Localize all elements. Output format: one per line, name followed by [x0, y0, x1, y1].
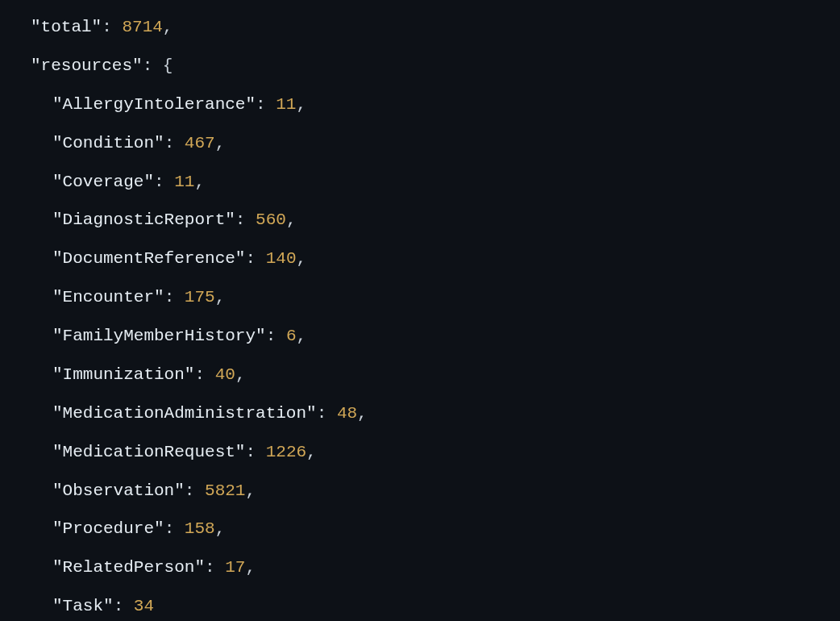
- json-colon: :: [266, 327, 286, 345]
- json-comma: ,: [215, 288, 226, 306]
- json-colon: :: [164, 134, 185, 152]
- json-key: "DocumentReference": [52, 249, 245, 268]
- json-colon: :: [164, 519, 185, 538]
- json-number: 140: [266, 249, 297, 268]
- json-colon: :: [185, 481, 205, 500]
- json-colon: :: [317, 404, 337, 423]
- json-line-resources: "resources": {: [31, 47, 840, 85]
- json-key: "MedicationAdministration": [52, 404, 317, 423]
- json-number: 467: [185, 134, 215, 152]
- json-colon: :: [245, 249, 265, 268]
- json-comma: ,: [215, 519, 226, 538]
- json-number: 6: [286, 327, 297, 345]
- json-colon: :: [194, 365, 214, 384]
- json-comma: ,: [194, 173, 205, 191]
- json-line-entry: "RelatedPerson": 17,: [31, 548, 840, 587]
- json-number: 5821: [205, 481, 245, 500]
- json-line-entry: "Procedure": 158,: [31, 510, 840, 548]
- json-number: 40: [215, 365, 235, 384]
- json-comma: ,: [215, 134, 226, 152]
- json-comma: ,: [306, 443, 317, 461]
- json-comma: ,: [286, 210, 297, 229]
- json-key: "Task": [52, 597, 114, 615]
- json-line-entry: "DocumentReference": 140,: [31, 240, 840, 278]
- json-key: "Coverage": [52, 173, 154, 191]
- json-colon: :: [245, 443, 265, 461]
- json-number: 17: [225, 558, 245, 577]
- json-key: "AllergyIntolerance": [52, 95, 256, 114]
- json-key: "Immunization": [52, 365, 194, 384]
- json-line-entry: "Coverage": 11,: [31, 163, 840, 202]
- json-key: "resources": [31, 56, 143, 75]
- json-colon: :: [154, 173, 174, 191]
- json-key: "RelatedPerson": [52, 558, 205, 577]
- json-number: 8714: [122, 18, 162, 36]
- json-number: 175: [185, 288, 215, 306]
- json-line-entry: "MedicationRequest": 1226,: [31, 433, 840, 472]
- json-comma: ,: [357, 404, 368, 423]
- json-comma: ,: [296, 95, 306, 114]
- json-comma: ,: [163, 18, 173, 36]
- json-comma: ,: [245, 481, 256, 500]
- json-number: 11: [174, 173, 194, 191]
- json-line-entry: "Encounter": 175,: [31, 278, 840, 317]
- json-key: "FamilyMemberHistory": [52, 327, 266, 345]
- json-comma: ,: [296, 327, 306, 345]
- json-line-total: "total": 8714,: [31, 8, 840, 47]
- json-key: "total": [31, 18, 102, 36]
- json-key: "Observation": [52, 481, 185, 500]
- json-number: 48: [337, 404, 357, 423]
- json-colon: :: [102, 18, 122, 36]
- json-line-entry: "Task": 34: [31, 587, 840, 621]
- json-colon: :: [164, 288, 185, 306]
- json-line-entry: "DiagnosticReport": 560,: [31, 201, 840, 240]
- json-key: "MedicationRequest": [52, 443, 245, 461]
- json-line-entry: "Condition": 467,: [31, 124, 840, 163]
- json-key: "Encounter": [52, 288, 164, 306]
- json-line-entry: "MedicationAdministration": 48,: [31, 394, 840, 433]
- json-brace: {: [163, 56, 173, 75]
- json-line-entry: "Observation": 5821,: [31, 472, 840, 511]
- json-line-entry: "Immunization": 40,: [31, 356, 840, 394]
- json-colon: :: [235, 210, 256, 229]
- json-comma: ,: [235, 365, 246, 384]
- json-key: "DiagnosticReport": [52, 210, 235, 229]
- json-colon: :: [143, 56, 163, 75]
- json-line-entry: "FamilyMemberHistory": 6,: [31, 317, 840, 356]
- json-number: 158: [185, 519, 215, 538]
- json-comma: ,: [245, 558, 256, 577]
- json-key: "Condition": [52, 134, 164, 152]
- json-line-entry: "AllergyIntolerance": 11,: [31, 85, 840, 124]
- json-colon: :: [114, 597, 134, 615]
- json-colon: :: [256, 95, 276, 114]
- json-number: 560: [256, 210, 286, 229]
- json-number: 1226: [266, 443, 306, 461]
- json-key: "Procedure": [52, 519, 164, 538]
- json-comma: ,: [296, 249, 306, 268]
- json-number: 11: [276, 95, 296, 114]
- json-number: 34: [134, 597, 154, 615]
- json-colon: :: [205, 558, 225, 577]
